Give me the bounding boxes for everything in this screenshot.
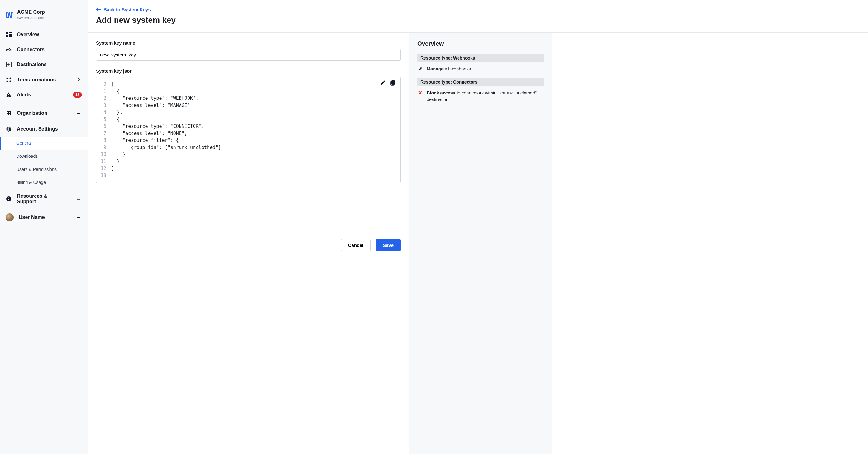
subnav-downloads[interactable]: Downloads: [0, 150, 88, 163]
arrow-left-icon: [96, 7, 101, 12]
back-link[interactable]: Back to System Keys: [96, 7, 151, 12]
svg-rect-16: [7, 112, 8, 113]
alert-icon: [6, 92, 12, 98]
nav-overview[interactable]: Overview: [0, 27, 88, 42]
svg-rect-6: [6, 35, 8, 37]
brand-logo-icon: [6, 11, 13, 19]
save-button[interactable]: Save: [376, 239, 401, 251]
plus-icon: ＋: [76, 214, 82, 221]
plus-icon: ＋: [76, 195, 82, 203]
svg-rect-18: [7, 114, 8, 115]
overview-panel: Overview Resource type: Webhooks Manage …: [409, 33, 552, 454]
svg-rect-14: [8, 96, 9, 97]
svg-rect-22: [8, 198, 9, 198]
nav-account-settings[interactable]: Account Settings —: [0, 121, 88, 137]
svg-rect-21: [8, 199, 9, 200]
main-content: Back to System Keys Add new system key S…: [88, 0, 868, 454]
destinations-icon: [6, 61, 12, 68]
organization-icon: [6, 110, 12, 116]
alerts-badge: 13: [73, 92, 82, 98]
avatar: [6, 213, 14, 221]
resource-header-connectors: Resource type: Connectors: [417, 78, 544, 86]
svg-rect-23: [392, 81, 395, 85]
svg-rect-13: [8, 94, 9, 95]
key-name-label: System key name: [96, 40, 401, 46]
nav-transformations[interactable]: Transformations: [0, 72, 88, 87]
minus-icon: —: [76, 126, 82, 132]
nav-alerts[interactable]: Alerts 13: [0, 87, 88, 102]
connectors-icon: [6, 47, 12, 53]
svg-point-12: [10, 81, 11, 82]
subnav-users-permissions[interactable]: Users & Permissions: [0, 163, 88, 176]
nav-user-label: User Name: [19, 214, 45, 220]
edit-icon[interactable]: [380, 80, 387, 87]
nav-transformations-label: Transformations: [17, 77, 56, 83]
info-icon: [6, 196, 12, 202]
svg-point-9: [6, 77, 8, 79]
svg-rect-1: [7, 12, 10, 18]
nav-user[interactable]: User Name ＋: [0, 209, 88, 226]
nav-resources-support-label: Resources & Support: [17, 193, 66, 205]
nav-destinations[interactable]: Destinations: [0, 57, 88, 72]
nav-alerts-label: Alerts: [17, 92, 31, 98]
gear-icon: [6, 126, 12, 132]
svg-point-7: [6, 49, 7, 50]
dashboard-icon: [6, 31, 12, 38]
svg-point-10: [10, 77, 11, 79]
svg-rect-2: [10, 12, 13, 18]
svg-rect-19: [9, 114, 10, 115]
close-icon: [418, 90, 424, 96]
main-nav: Overview Connectors Destinations Transfo…: [0, 27, 88, 226]
svg-rect-17: [9, 112, 10, 113]
resource-webhooks-text: Manage all webhooks: [427, 66, 471, 72]
nav-connectors-label: Connectors: [17, 47, 44, 52]
resource-connectors-text: Block access to connectors within "shrun…: [427, 90, 544, 103]
resource-header-webhooks: Resource type: Webhooks: [417, 54, 544, 62]
nav-resources-support[interactable]: Resources & Support ＋: [0, 189, 88, 209]
subnav-general[interactable]: General: [0, 137, 88, 150]
sidebar: ACME Corp Switch account Overview Connec…: [0, 0, 88, 454]
svg-point-11: [6, 81, 8, 82]
switch-account-link[interactable]: Switch account: [17, 16, 45, 20]
nav-destinations-label: Destinations: [17, 62, 47, 67]
nav-overview-label: Overview: [17, 32, 39, 37]
copy-icon[interactable]: [390, 80, 397, 87]
transformations-icon: [6, 77, 12, 83]
key-name-input[interactable]: [96, 49, 401, 61]
nav-organization[interactable]: Organization ＋: [0, 105, 88, 121]
nav-account-settings-label: Account Settings: [17, 126, 58, 132]
pencil-icon: [418, 66, 424, 72]
cancel-button[interactable]: Cancel: [341, 239, 371, 251]
svg-rect-3: [6, 32, 8, 34]
json-editor[interactable]: 0[ 1 { 2 "resource_type": "WEBHOOK", 3 "…: [96, 77, 401, 183]
account-settings-submenu: General Downloads Users & Permissions Bi…: [0, 137, 88, 189]
subnav-billing-usage[interactable]: Billing & Usage: [0, 176, 88, 189]
brand-name: ACME Corp: [17, 9, 45, 15]
back-link-label: Back to System Keys: [103, 7, 151, 12]
form-column: System key name System key json 0[: [88, 33, 409, 454]
page-title: Add new system key: [96, 15, 860, 25]
nav-organization-label: Organization: [17, 110, 48, 116]
resource-row-connectors: Block access to connectors within "shrun…: [417, 86, 544, 109]
chevron-right-icon: [76, 77, 82, 83]
key-json-label: System key json: [96, 68, 401, 73]
svg-rect-5: [9, 34, 11, 37]
brand-text: ACME Corp Switch account: [17, 9, 45, 20]
nav-connectors[interactable]: Connectors: [0, 42, 88, 57]
brand-header[interactable]: ACME Corp Switch account: [0, 0, 88, 27]
overview-title: Overview: [417, 40, 544, 47]
code-block: 0[ 1 { 2 "resource_type": "WEBHOOK", 3 "…: [101, 81, 221, 179]
resource-row-webhooks: Manage all webhooks: [417, 62, 544, 78]
svg-rect-4: [9, 32, 11, 33]
plus-icon: ＋: [76, 110, 82, 117]
